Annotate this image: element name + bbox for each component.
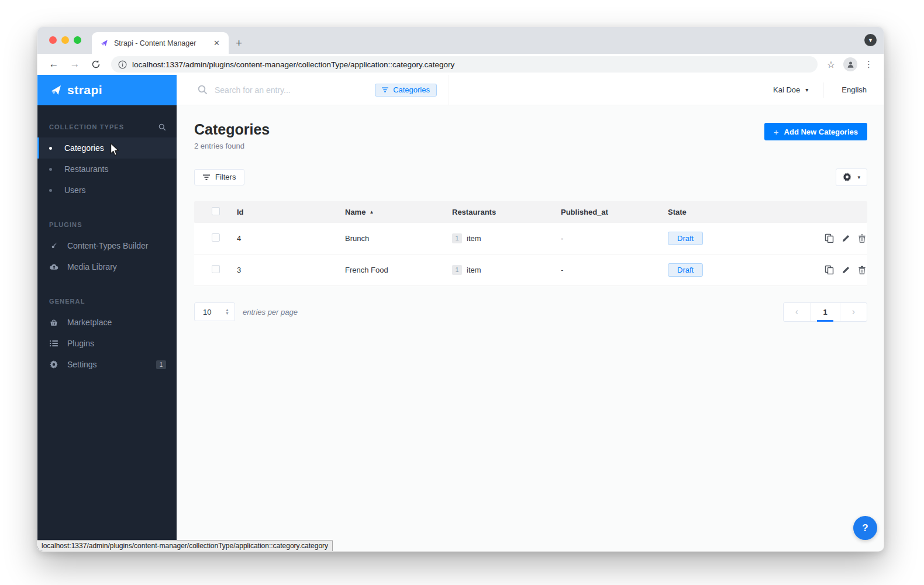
forward-button[interactable]: →	[68, 58, 82, 70]
site-info-icon[interactable]	[118, 60, 127, 69]
column-header-restaurants[interactable]: Restaurants	[452, 208, 561, 216]
tab-strip: Strapi - Content Manager ✕ + ▼	[37, 27, 884, 54]
sidebar-item-categories[interactable]: Categories	[37, 137, 177, 159]
entries-per-page-label: entries per page	[243, 308, 298, 316]
help-button[interactable]: ?	[853, 516, 877, 540]
sort-asc-icon: ▲	[369, 209, 374, 215]
delete-trash-icon[interactable]	[858, 266, 866, 274]
row-actions	[800, 265, 867, 274]
traffic-lights	[49, 36, 81, 44]
chevron-down-icon: ▾	[805, 87, 808, 93]
search-input[interactable]	[215, 85, 375, 95]
duplicate-icon[interactable]	[825, 265, 834, 274]
back-button[interactable]: ←	[47, 58, 61, 70]
table-row[interactable]: 3 French Food 1item - Draft	[194, 254, 867, 286]
cell-name: French Food	[345, 266, 452, 274]
section-label: GENERAL	[49, 298, 85, 305]
strapi-logo[interactable]: strapi	[37, 75, 177, 105]
section-collection-types: COLLECTION TYPES	[37, 122, 177, 132]
strapi-logo-icon	[50, 84, 63, 97]
row-checkbox[interactable]	[212, 265, 220, 273]
address-bar[interactable]: localhost:1337/admin/plugins/content-man…	[111, 56, 818, 73]
sidebar-item-users[interactable]: Users	[37, 180, 177, 201]
user-menu[interactable]: Kai Doe ▾	[758, 85, 823, 94]
bullet-icon	[49, 168, 52, 171]
table-settings-button[interactable]: ▾	[836, 168, 867, 186]
browser-status-bar: localhost:1337/admin/plugins/content-man…	[37, 540, 333, 551]
reload-button[interactable]	[89, 60, 103, 69]
categories-filter-chip[interactable]: Categories	[375, 84, 437, 97]
language-selector[interactable]: English	[824, 85, 884, 94]
person-icon	[846, 60, 855, 69]
entries-table: Id Name▲ Restaurants Published_at State …	[194, 201, 867, 286]
cell-id: 4	[237, 234, 345, 243]
filter-icon	[382, 87, 388, 92]
sidebar-item-content-types-builder[interactable]: Content-Types Builder	[37, 235, 177, 256]
strapi-favicon	[100, 39, 109, 47]
column-header-published-at[interactable]: Published_at	[561, 208, 668, 216]
prev-page-button[interactable]: ‹	[784, 303, 810, 321]
sidebar-item-label: Plugins	[67, 339, 94, 348]
user-name: Kai Doe	[773, 85, 800, 94]
plus-icon: +	[774, 127, 779, 137]
sidebar-item-label: Content-Types Builder	[67, 241, 149, 250]
chip-label: Categories	[393, 85, 430, 94]
entries-count: 2 entries found	[194, 142, 270, 150]
search-icon[interactable]	[158, 123, 166, 131]
paint-brush-icon	[49, 241, 58, 250]
count-label: item	[467, 233, 481, 242]
page-title: Categories	[194, 122, 270, 138]
count-badge: 1	[452, 233, 462, 243]
entry-search-area: Categories	[177, 75, 449, 105]
duplicate-icon[interactable]	[825, 233, 834, 243]
cell-published-at: -	[561, 234, 668, 243]
select-all-checkbox[interactable]	[212, 207, 220, 215]
table-footer: 10 ▲ ▼ entries per page ‹ 1 ›	[194, 302, 867, 322]
row-checkbox[interactable]	[212, 233, 220, 242]
bullet-icon	[49, 147, 52, 150]
section-general: GENERAL	[37, 296, 177, 307]
current-page[interactable]: 1	[810, 303, 840, 321]
add-new-categories-button[interactable]: + Add New Categories	[764, 123, 867, 140]
table-row[interactable]: 4 Brunch 1item - Draft	[194, 223, 867, 254]
main-panel: Categories Kai Doe ▾ English Categories	[177, 75, 884, 552]
sidebar-nav: COLLECTION TYPES Categories Restaurants	[37, 105, 177, 375]
shopping-basket-icon	[49, 318, 58, 327]
tab-search-icon[interactable]: ▼	[864, 34, 877, 46]
cell-published-at: -	[561, 266, 668, 274]
new-tab-button[interactable]: +	[236, 37, 242, 50]
sidebar-item-settings[interactable]: Settings 1	[37, 354, 177, 375]
sidebar-item-label: Marketplace	[67, 318, 112, 327]
column-header-name[interactable]: Name▲	[345, 208, 452, 216]
stepper-down-icon[interactable]: ▼	[225, 312, 229, 315]
column-header-state[interactable]: State	[668, 208, 800, 216]
close-window-button[interactable]	[49, 36, 57, 44]
section-plugins: PLUGINS	[37, 219, 177, 230]
zoom-window-button[interactable]	[74, 36, 81, 44]
sidebar-item-plugins[interactable]: Plugins	[37, 333, 177, 354]
filter-icon	[203, 174, 210, 180]
sidebar-item-label: Users	[64, 185, 86, 195]
edit-pencil-icon[interactable]	[842, 266, 850, 274]
column-header-id[interactable]: Id	[237, 208, 345, 216]
browser-profile-avatar[interactable]	[843, 57, 857, 71]
filters-label: Filters	[215, 173, 236, 181]
entries-per-page-select[interactable]: 10 ▲ ▼	[194, 302, 235, 321]
sidebar-item-label: Restaurants	[64, 164, 108, 174]
edit-pencil-icon[interactable]	[842, 234, 850, 243]
minimize-window-button[interactable]	[61, 36, 69, 44]
delete-trash-icon[interactable]	[858, 234, 866, 243]
browser-window: Strapi - Content Manager ✕ + ▼ ← → local…	[37, 26, 884, 552]
gear-icon	[843, 173, 851, 181]
browser-tab[interactable]: Strapi - Content Manager ✕	[92, 32, 229, 54]
sidebar-item-media-library[interactable]: Media Library	[37, 256, 177, 277]
browser-menu-icon[interactable]: ⋮	[864, 59, 873, 70]
sidebar-item-marketplace[interactable]: Marketplace	[37, 312, 177, 333]
filters-button[interactable]: Filters	[194, 169, 244, 185]
close-tab-icon[interactable]: ✕	[211, 37, 223, 49]
bookmark-star-icon[interactable]: ☆	[827, 59, 835, 70]
tab-title: Strapi - Content Manager	[114, 39, 211, 47]
sidebar-item-restaurants[interactable]: Restaurants	[37, 159, 177, 180]
list-icon	[49, 339, 58, 348]
next-page-button[interactable]: ›	[840, 303, 867, 321]
